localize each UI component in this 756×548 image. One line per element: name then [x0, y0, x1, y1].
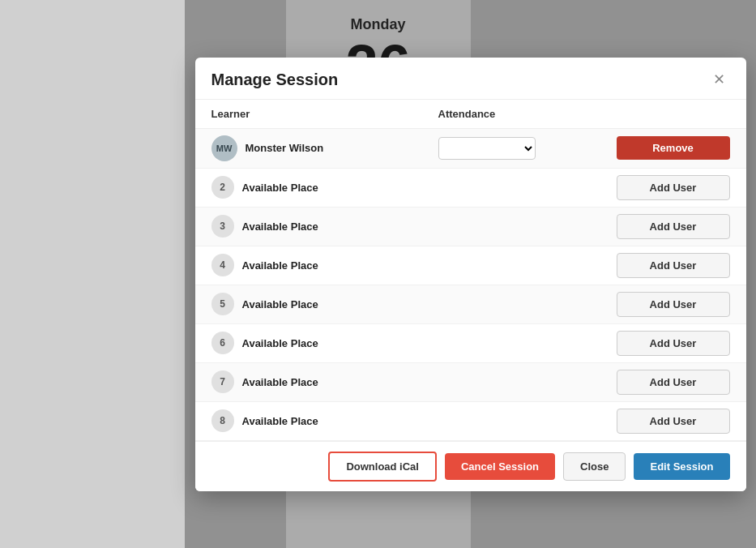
table-header: Learner Attendance — [195, 100, 746, 129]
action-cell: Add User — [600, 370, 730, 395]
modal-body[interactable]: Learner Attendance MW Monster Wilson Att… — [195, 100, 746, 441]
table-row: 4 Available Place Add User — [195, 246, 746, 285]
modal-overlay: Manage Session ✕ Learner Attendance MW M… — [185, 0, 756, 548]
table-row: 8 Available Place Add User — [195, 402, 746, 441]
learner-cell: 6 Available Place — [211, 332, 438, 354]
attendance-cell: Attended Absent — [438, 137, 600, 160]
learner-name: Available Place — [242, 376, 318, 388]
app-container: Monday 26 Feb 2024 ▲ Starts 8:00 am Ends… — [0, 0, 756, 548]
col-action-header — [600, 108, 730, 120]
row-number: 4 — [211, 254, 234, 276]
close-icon-button[interactable]: ✕ — [708, 71, 730, 88]
learner-name: Available Place — [242, 415, 318, 427]
row-number: 7 — [211, 370, 234, 393]
download-ical-button[interactable]: Download iCal — [328, 452, 437, 482]
learner-cell: 8 Available Place — [211, 409, 438, 432]
col-attendance-header: Attendance — [438, 108, 600, 120]
learner-name: Available Place — [242, 337, 318, 349]
row-number: 5 — [211, 293, 234, 315]
learner-cell: 7 Available Place — [211, 370, 438, 393]
table-row: MW Monster Wilson Attended Absent Remove — [195, 129, 746, 169]
learner-name: Available Place — [242, 220, 318, 233]
action-cell: Add User — [600, 214, 730, 239]
action-cell: Add User — [600, 253, 730, 278]
cancel-session-button[interactable]: Cancel Session — [445, 453, 555, 480]
modal-title: Manage Session — [211, 71, 339, 89]
learner-name: Available Place — [242, 259, 318, 272]
modal-header: Manage Session ✕ — [195, 58, 746, 100]
action-cell: Add User — [600, 409, 730, 434]
attendance-select[interactable]: Attended Absent — [438, 137, 536, 160]
modal-footer: Download iCal Cancel Session Close Edit … — [195, 441, 746, 491]
learner-cell: 4 Available Place — [211, 254, 438, 276]
table-row: 6 Available Place Add User — [195, 324, 746, 363]
learner-cell: 5 Available Place — [211, 293, 438, 315]
add-user-button[interactable]: Add User — [617, 370, 730, 395]
learner-name: Monster Wilson — [246, 142, 324, 154]
remove-button[interactable]: Remove — [617, 136, 730, 160]
table-row: 2 Available Place Add User — [195, 169, 746, 208]
add-user-button[interactable]: Add User — [617, 214, 730, 239]
action-cell: Add User — [600, 175, 730, 200]
action-cell: Add User — [600, 331, 730, 356]
table-row: 7 Available Place Add User — [195, 363, 746, 402]
row-number: 6 — [211, 332, 234, 354]
row-number: 2 — [211, 176, 234, 199]
add-user-button[interactable]: Add User — [617, 253, 730, 278]
add-user-button[interactable]: Add User — [617, 331, 730, 356]
add-user-button[interactable]: Add User — [617, 175, 730, 200]
learner-cell: 3 Available Place — [211, 215, 438, 238]
learner-cell: MW Monster Wilson — [211, 135, 438, 161]
table-row: 3 Available Place Add User — [195, 208, 746, 246]
learner-name: Available Place — [242, 182, 318, 194]
avatar: MW — [211, 135, 237, 161]
learner-name: Available Place — [242, 298, 318, 310]
col-learner-header: Learner — [211, 108, 438, 120]
table-row: 5 Available Place Add User — [195, 285, 746, 324]
close-button[interactable]: Close — [563, 452, 626, 481]
action-cell: Remove — [600, 136, 730, 160]
row-number: 3 — [211, 215, 234, 238]
action-cell: Add User — [600, 292, 730, 317]
edit-session-button[interactable]: Edit Session — [634, 453, 729, 480]
add-user-button[interactable]: Add User — [617, 292, 730, 317]
learner-cell: 2 Available Place — [211, 176, 438, 199]
manage-session-modal: Manage Session ✕ Learner Attendance MW M… — [195, 58, 746, 491]
add-user-button[interactable]: Add User — [617, 409, 730, 434]
row-number: 8 — [211, 409, 234, 432]
